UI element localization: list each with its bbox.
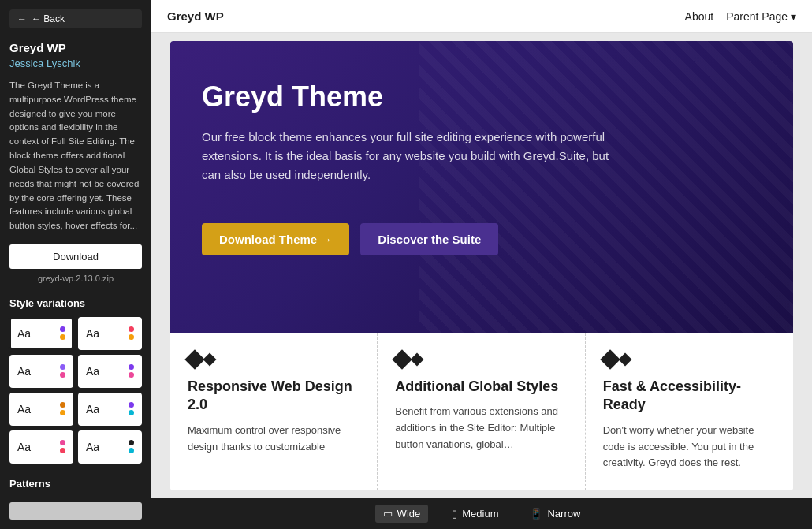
style-card-aa: Aa <box>86 441 99 453</box>
dot <box>129 326 134 332</box>
style-card-7[interactable]: Aa <box>9 430 73 464</box>
dot-group <box>60 440 65 453</box>
dot-group <box>129 326 134 340</box>
wide-icon: ▭ <box>383 508 393 520</box>
style-card-5[interactable]: Aa <box>9 393 73 426</box>
diamond-icon-small <box>203 353 217 367</box>
dot <box>60 372 65 378</box>
style-card-aa: Aa <box>17 403 31 415</box>
style-variations-grid: Aa Aa Aa Aa <box>9 317 142 464</box>
bottom-toolbar: ▭ Wide ▯ Medium 📱 Narrow <box>151 498 812 529</box>
hero-banner: Greyd Theme Our free block theme enhance… <box>170 41 793 333</box>
dot-group <box>129 364 134 378</box>
style-variations-label: Style variations <box>9 297 142 309</box>
back-button[interactable]: ← ← Back <box>9 9 142 28</box>
main-area: Greyd WP About Parent Page ▾ Greyd Theme… <box>151 0 812 529</box>
discover-suite-button[interactable]: Discover the Suite <box>360 223 498 255</box>
style-card-3[interactable]: Aa <box>9 355 73 388</box>
dot <box>60 402 65 408</box>
style-card-aa: Aa <box>86 365 99 378</box>
patterns-label: Patterns <box>9 478 142 490</box>
style-card-1[interactable]: Aa <box>9 317 73 350</box>
viewport-medium-button[interactable]: ▯ Medium <box>444 505 506 523</box>
dot <box>129 402 134 408</box>
dot <box>129 448 134 453</box>
feature-card-2: Additional Global Styles Benefit from va… <box>378 333 585 490</box>
feature-desc-1: Maximum control over responsive design t… <box>188 423 359 456</box>
about-link[interactable]: About <box>685 10 714 23</box>
dot <box>60 334 65 340</box>
dot <box>60 448 65 453</box>
dot-group <box>129 402 134 415</box>
diamond-icon <box>184 349 204 369</box>
style-card-aa: Aa <box>86 403 99 415</box>
sidebar: ← ← Back Greyd WP Jessica Lyschik The Gr… <box>0 0 151 529</box>
dot <box>129 440 134 445</box>
dot-group <box>60 402 65 415</box>
viewport-wide-button[interactable]: ▭ Wide <box>375 505 429 523</box>
dot-group <box>60 326 65 340</box>
feature-icon-2 <box>395 352 567 367</box>
back-label: ← Back <box>32 13 65 24</box>
medium-icon: ▯ <box>452 508 457 520</box>
style-card-aa: Aa <box>17 441 31 453</box>
patterns-preview <box>9 502 142 520</box>
dot <box>129 372 134 378</box>
dot-group <box>60 364 65 378</box>
wide-label: Wide <box>397 508 421 520</box>
style-card-2[interactable]: Aa <box>78 317 142 350</box>
style-card-aa: Aa <box>17 327 31 340</box>
diamond-icon-small <box>618 353 631 367</box>
author-link[interactable]: Jessica Lyschik <box>9 58 142 69</box>
top-bar: Greyd WP About Parent Page ▾ <box>151 0 812 33</box>
page-title: Greyd WP <box>167 9 224 23</box>
feature-title-2: Additional Global Styles <box>395 378 567 396</box>
style-card-8[interactable]: Aa <box>78 430 142 464</box>
dot <box>129 364 134 370</box>
feature-desc-3: Don't worry whether your website code is… <box>603 423 776 471</box>
preview-container: Greyd Theme Our free block theme enhance… <box>151 33 812 498</box>
features-row: Responsive Web Design 2.0 Maximum contro… <box>170 333 793 490</box>
hero-divider <box>202 207 762 207</box>
feature-card-1: Responsive Web Design 2.0 Maximum contro… <box>170 333 378 490</box>
viewport-narrow-button[interactable]: 📱 Narrow <box>522 505 588 523</box>
feature-title-1: Responsive Web Design 2.0 <box>188 378 359 415</box>
diamond-icon <box>393 349 412 369</box>
feature-icon-3 <box>603 352 776 367</box>
theme-description: The Greyd Theme is a multipurpose WordPr… <box>9 79 142 233</box>
theme-name: Greyd WP <box>9 41 142 54</box>
dot <box>60 410 65 415</box>
feature-icon-1 <box>188 352 359 367</box>
dot <box>129 410 134 415</box>
parent-page-label: Parent Page <box>726 10 788 23</box>
medium-label: Medium <box>462 508 498 520</box>
narrow-icon: 📱 <box>530 508 542 520</box>
hero-description: Our free block theme enhances your full … <box>202 128 612 184</box>
hero-title: Greyd Theme <box>202 80 762 114</box>
dot <box>129 334 134 340</box>
diamond-icon <box>600 349 620 369</box>
download-filename: greyd-wp.2.13.0.zip <box>9 274 142 283</box>
feature-card-3: Fast & Accessibility-Ready Don't worry w… <box>586 333 793 490</box>
chevron-down-icon: ▾ <box>791 10 796 23</box>
download-theme-button[interactable]: Download Theme → <box>202 223 349 255</box>
style-card-6[interactable]: Aa <box>78 393 142 426</box>
preview-frame: Greyd Theme Our free block theme enhance… <box>170 41 793 490</box>
dot-group <box>129 440 134 453</box>
back-arrow-icon: ← <box>17 13 27 24</box>
style-card-aa: Aa <box>17 365 31 378</box>
parent-page-dropdown[interactable]: Parent Page ▾ <box>726 10 796 23</box>
diamond-icon-small <box>411 353 424 367</box>
feature-desc-2: Benefit from various extensions and addi… <box>395 404 567 453</box>
dot <box>60 364 65 370</box>
top-nav: About Parent Page ▾ <box>685 10 796 23</box>
dot <box>60 326 65 332</box>
feature-title-3: Fast & Accessibility-Ready <box>603 378 776 415</box>
style-card-4[interactable]: Aa <box>78 355 142 388</box>
hero-buttons: Download Theme → Discover the Suite <box>202 223 762 255</box>
sidebar-download-button[interactable]: Download <box>9 244 142 269</box>
narrow-label: Narrow <box>547 508 580 520</box>
style-card-aa: Aa <box>86 327 99 340</box>
dot <box>60 440 65 445</box>
